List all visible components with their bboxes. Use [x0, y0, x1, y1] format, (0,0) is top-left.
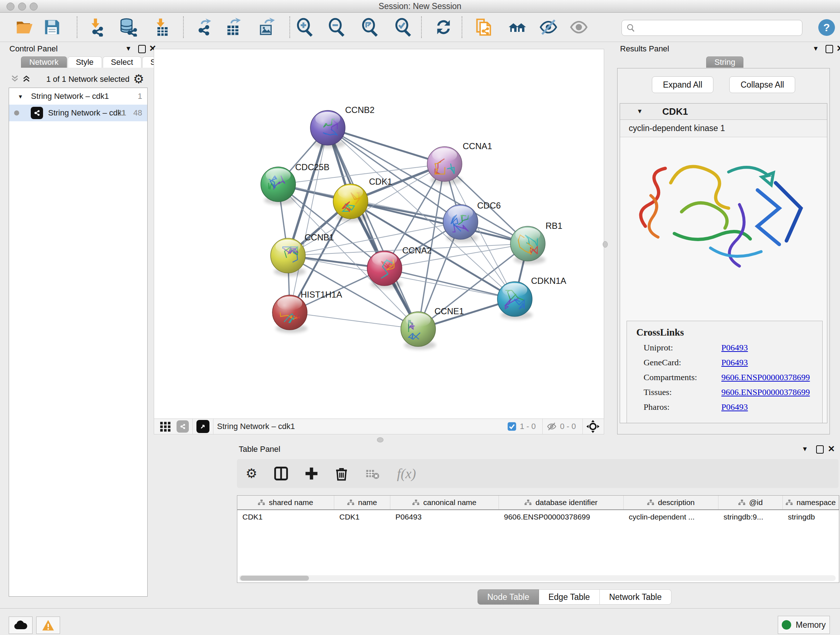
crosslink-link[interactable]: P06493 — [722, 343, 748, 353]
grid-view-icon[interactable] — [159, 420, 172, 432]
column-header-canonical-name[interactable]: canonical name — [390, 496, 499, 509]
zoom-fit-icon[interactable] — [360, 18, 379, 36]
network-node-ccnb1[interactable]: CCNB1 — [271, 233, 334, 276]
table-horizontal-scrollbar[interactable] — [239, 575, 836, 581]
crosslink-link[interactable]: P06493 — [722, 402, 748, 412]
table-panel-float-icon[interactable] — [816, 445, 824, 454]
warning-status-button[interactable] — [36, 616, 60, 634]
clone-network-icon[interactable] — [475, 18, 493, 36]
expand-all-networks-icon[interactable] — [10, 74, 19, 83]
import-table-file-icon[interactable] — [152, 18, 171, 36]
results-panel-close-icon[interactable]: ✕ — [836, 43, 840, 54]
hidden-eye-icon[interactable] — [546, 421, 557, 432]
column-header--id[interactable]: @id — [718, 496, 783, 509]
birdseye-view-icon[interactable] — [196, 420, 210, 433]
network-options-gear-icon[interactable]: ⚙ — [133, 72, 144, 86]
network-edge[interactable] — [328, 128, 445, 164]
network-node-ccnb2[interactable]: CCNB2 — [310, 105, 374, 149]
crosslink-label: GeneCard: — [644, 358, 722, 367]
crosslink-link[interactable]: 9606.ENSP00000378699 — [722, 387, 810, 397]
entry-expander-icon[interactable]: ▼ — [637, 108, 643, 115]
collapse-all-button[interactable]: Collapse All — [729, 76, 795, 93]
results-panel-float-icon[interactable] — [826, 45, 833, 53]
search-field[interactable] — [622, 20, 802, 36]
crosslink-link[interactable]: 9606.ENSP00000378699 — [722, 372, 810, 382]
tab-string[interactable]: String — [706, 57, 744, 68]
zoom-out-icon[interactable] — [327, 18, 346, 36]
network-collection-row[interactable]: ▼ String Network – cdk1 1 — [9, 88, 147, 105]
refresh-view-icon[interactable] — [434, 18, 453, 36]
open-session-icon[interactable] — [15, 18, 34, 36]
zoom-selected-icon[interactable] — [393, 18, 412, 36]
network-node-cdk1[interactable]: CDK1 — [333, 177, 392, 222]
network-view-title: String Network – cdk1 — [217, 422, 295, 431]
network-row[interactable]: String Network – cdk1 11 48 — [9, 105, 147, 121]
tab-network[interactable]: Network — [21, 57, 67, 68]
network-canvas[interactable]: CCNB2CCNA1CDC25BCDK1CDC6RB1CCNB1CCNA2CDK… — [154, 49, 604, 419]
tab-select[interactable]: Select — [103, 57, 141, 68]
zoom-in-icon[interactable] — [295, 18, 314, 36]
network-node-ccna1[interactable]: CCNA1 — [427, 141, 492, 185]
column-header-namespace[interactable]: namespace — [783, 496, 839, 509]
function-builder-icon[interactable]: f(x) — [397, 466, 416, 481]
expand-all-button[interactable]: Expand All — [652, 76, 714, 93]
search-input[interactable] — [636, 23, 793, 33]
selected-checkbox-icon[interactable] — [507, 421, 517, 432]
export-network-icon[interactable] — [195, 18, 213, 36]
create-column-plus-icon[interactable] — [303, 466, 319, 481]
import-network-file-icon[interactable] — [87, 18, 106, 36]
column-header-database-identifier[interactable]: database identifier — [499, 496, 624, 509]
memory-button[interactable]: Memory — [778, 616, 830, 634]
table-panel-close-icon[interactable]: ✕ — [828, 444, 835, 454]
network-node-rb1[interactable]: RB1 — [510, 221, 562, 264]
table-cell: P06493 — [390, 510, 499, 524]
scrollbar-thumb[interactable] — [240, 576, 309, 581]
node-details-card: ▼ CDK1 cyclin-dependent kinase 1 — [620, 103, 827, 423]
delete-table-icon[interactable] — [365, 466, 379, 481]
network-graph[interactable]: CCNB2CCNA1CDC25BCDK1CDC6RB1CCNB1CCNA2CDK… — [154, 49, 604, 418]
network-edge[interactable] — [290, 128, 328, 312]
collapse-all-networks-icon[interactable] — [22, 74, 31, 83]
fit-selected-crosshair-icon[interactable] — [586, 420, 600, 433]
string-results-container: Expand All Collapse All ▼ CDK1 cyclin-de… — [617, 68, 830, 434]
control-panel-collapse-icon[interactable]: ▼ — [125, 45, 132, 52]
control-panel-float-icon[interactable] — [138, 45, 146, 53]
show-columns-icon[interactable] — [273, 466, 289, 481]
network-edge[interactable] — [290, 312, 418, 329]
hidden-count: 0 - 0 — [560, 422, 576, 431]
network-node-cdkn1a[interactable]: CDKN1A — [497, 276, 566, 320]
hide-selected-icon[interactable] — [539, 18, 558, 36]
show-all-networks-icon[interactable] — [508, 18, 527, 36]
tab-network-table[interactable]: Network Table — [600, 589, 671, 605]
node-label-rb1: RB1 — [546, 221, 562, 231]
column-header-description[interactable]: description — [624, 496, 718, 509]
network-badge-icon[interactable] — [177, 420, 189, 432]
crosslink-link[interactable]: P06493 — [722, 358, 748, 367]
column-header-shared-name[interactable]: shared name — [237, 496, 334, 509]
help-button[interactable]: ? — [818, 19, 835, 36]
import-network-database-icon[interactable] — [118, 18, 137, 36]
network-node-cdc6[interactable]: CDC6 — [443, 201, 501, 242]
table-options-gear-icon[interactable]: ⚙ — [246, 466, 257, 481]
cloud-status-button[interactable] — [9, 616, 33, 634]
horizontal-splitter-handle[interactable] — [377, 437, 384, 442]
save-session-icon[interactable] — [43, 18, 62, 36]
network-node-hist1h1a[interactable]: HIST1H1A — [272, 290, 342, 333]
results-panel-collapse-icon[interactable]: ▼ — [813, 45, 819, 52]
table-row[interactable]: CDK1CDK1P064939606.ENSP00000378699cyclin… — [237, 510, 839, 524]
tree-expander-icon[interactable]: ▼ — [18, 93, 23, 100]
tab-style[interactable]: Style — [68, 57, 102, 68]
export-image-icon[interactable] — [257, 18, 276, 36]
memory-status-dot — [782, 620, 791, 630]
tab-node-table[interactable]: Node Table — [477, 589, 539, 605]
network-tree: ▼ String Network – cdk1 1 String Network… — [9, 88, 148, 597]
network-selection-status: 1 of 1 Network selected — [46, 74, 129, 84]
export-table-icon[interactable] — [224, 18, 243, 36]
node-details-header[interactable]: ▼ CDK1 — [620, 103, 827, 120]
tab-edge-table[interactable]: Edge Table — [539, 589, 600, 605]
network-edge[interactable] — [385, 268, 515, 299]
delete-column-trash-icon[interactable] — [334, 466, 349, 481]
show-selected-icon[interactable] — [569, 18, 588, 36]
column-header-name[interactable]: name — [334, 496, 390, 509]
table-panel-collapse-icon[interactable]: ▼ — [802, 445, 808, 453]
